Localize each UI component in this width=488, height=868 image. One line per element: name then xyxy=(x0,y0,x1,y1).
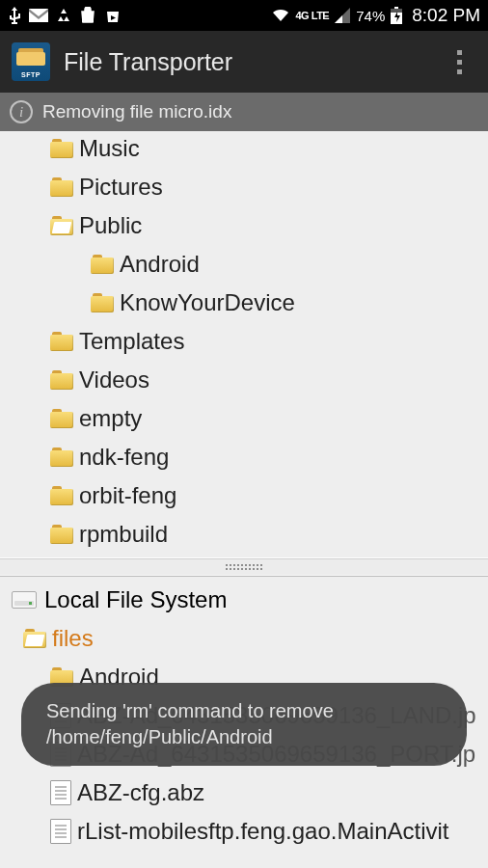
tree-item[interactable]: ndk-feng xyxy=(0,438,488,476)
grip-icon xyxy=(226,564,262,570)
usb-icon xyxy=(8,7,21,24)
network-label: 4G LTE xyxy=(296,10,330,21)
tree-item[interactable]: orbit-feng xyxy=(0,476,488,515)
pane-splitter[interactable] xyxy=(0,557,488,577)
local-header[interactable]: Local File System xyxy=(0,581,488,619)
status-right: 4G LTE 74% 8:02 PM xyxy=(271,5,481,26)
folder-icon xyxy=(50,370,73,390)
svg-rect-0 xyxy=(29,9,48,22)
info-icon: i xyxy=(10,100,33,123)
tree-item[interactable]: rpmbuild xyxy=(0,515,488,554)
clock: 8:02 PM xyxy=(412,5,480,26)
item-label: rList-mobilesftp.feng.gao.MainActivit xyxy=(71,818,449,845)
folder-icon xyxy=(50,332,73,351)
recycle-icon xyxy=(56,8,71,23)
item-label: Videos xyxy=(73,366,149,393)
toast-message: Sending 'rm' command to remove /home/fen… xyxy=(46,700,334,747)
wifi-icon xyxy=(271,8,290,23)
item-label: KnowYourDevice xyxy=(114,289,295,316)
svg-rect-2 xyxy=(394,7,398,9)
item-label: Templates xyxy=(73,328,184,355)
info-message: Removing file micro.idx xyxy=(42,101,231,122)
battery-icon xyxy=(391,7,402,24)
tree-item[interactable]: ABZ-cfg.abz xyxy=(0,773,488,812)
item-label: rpmbuild xyxy=(73,521,168,548)
tree-item[interactable]: Public xyxy=(0,206,488,245)
item-label: Android xyxy=(114,251,200,278)
drive-icon xyxy=(12,591,37,609)
folder-icon xyxy=(50,177,73,197)
app-icon: SFTP xyxy=(12,42,50,81)
item-label: empty xyxy=(73,405,142,432)
gmail-icon xyxy=(29,9,48,22)
shop-icon xyxy=(79,7,96,24)
signal-icon xyxy=(335,8,350,23)
battery-pct: 74% xyxy=(356,8,385,24)
tree-item[interactable]: KnowYourDevice xyxy=(0,284,488,322)
remote-pane[interactable]: MusicPicturesPublicAndroidKnowYourDevice… xyxy=(0,131,488,557)
item-label: ndk-feng xyxy=(73,444,169,471)
status-left xyxy=(8,7,122,24)
item-label: Music xyxy=(73,135,140,162)
folder-icon xyxy=(50,525,73,544)
local-header-label: Local File System xyxy=(44,586,227,613)
folder-open-icon xyxy=(50,216,73,235)
folder-icon xyxy=(91,255,114,274)
play-icon xyxy=(104,7,122,24)
folder-icon xyxy=(50,409,73,428)
folder-icon xyxy=(50,448,73,467)
item-label: orbit-feng xyxy=(73,482,176,509)
tree-item[interactable]: files xyxy=(0,619,488,658)
file-icon xyxy=(50,780,71,805)
file-icon xyxy=(50,819,71,844)
tree-item[interactable]: Android xyxy=(0,245,488,284)
tree-item[interactable]: Music xyxy=(0,131,488,168)
info-bar: i Removing file micro.idx xyxy=(0,93,488,131)
folder-icon xyxy=(50,139,73,158)
svg-rect-1 xyxy=(82,12,94,22)
tree-item[interactable]: empty xyxy=(0,399,488,438)
item-label: files xyxy=(46,625,94,652)
item-label: Pictures xyxy=(73,174,163,201)
app-title: File Transporter xyxy=(64,48,442,76)
item-label: Public xyxy=(73,212,142,239)
overflow-menu-button[interactable] xyxy=(442,39,476,85)
item-label: ABZ-cfg.abz xyxy=(71,779,204,806)
folder-icon xyxy=(50,486,73,505)
status-bar: 4G LTE 74% 8:02 PM xyxy=(0,0,488,31)
folder-open-icon xyxy=(23,629,46,648)
tree-item[interactable]: Pictures xyxy=(0,168,488,206)
folder-icon xyxy=(91,293,114,312)
tree-item[interactable]: Videos xyxy=(0,361,488,399)
action-bar: SFTP File Transporter xyxy=(0,31,488,93)
tree-item[interactable]: rList-mobilesftp.feng.gao.MainActivit xyxy=(0,812,488,851)
tree-item[interactable]: Templates xyxy=(0,322,488,361)
toast: Sending 'rm' command to remove /home/fen… xyxy=(21,683,467,766)
